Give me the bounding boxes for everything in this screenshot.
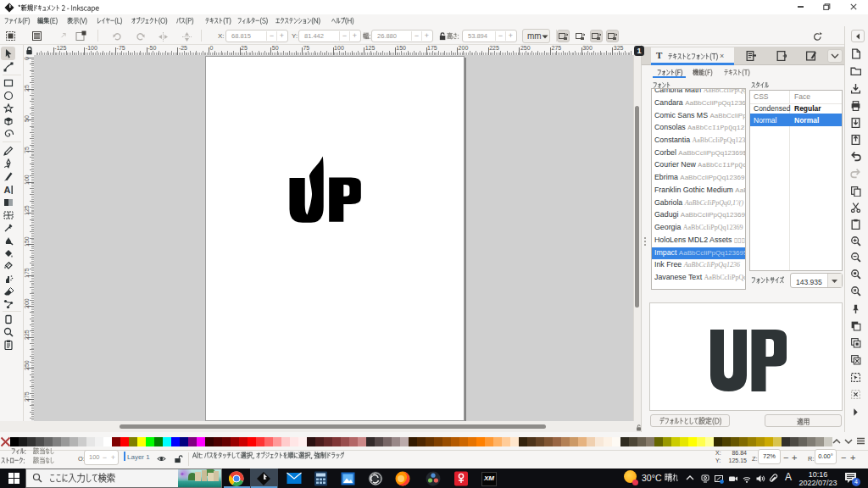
svg-text:A: A bbox=[4, 185, 11, 195]
